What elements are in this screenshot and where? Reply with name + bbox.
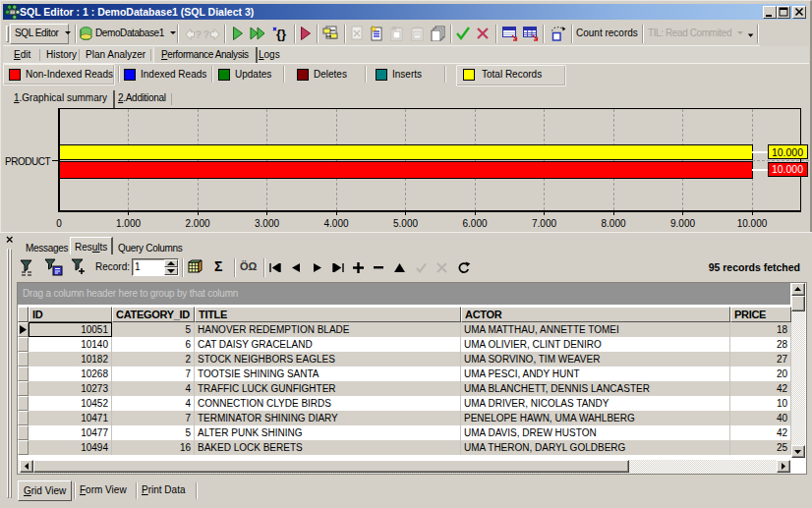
svg-text:5.000: 5.000 [393,218,418,229]
svg-text:8.000: 8.000 [601,218,625,229]
svg-text:?: ? [203,28,210,40]
svg-text:10.000: 10.000 [772,146,803,158]
svg-text:1.000: 1.000 [116,218,141,229]
svg-text:4.000: 4.000 [323,218,348,229]
svg-text:3.000: 3.000 [255,218,279,229]
svg-text:10.000: 10.000 [737,218,768,229]
svg-text:7.000: 7.000 [532,218,556,229]
svg-text:PRODUCT: PRODUCT [5,156,50,167]
svg-text:9.000: 9.000 [670,218,695,229]
svg-text:6.000: 6.000 [462,218,487,229]
svg-text:{}: {} [276,27,286,41]
svg-text:0: 0 [56,218,62,229]
svg-text:10.000: 10.000 [772,163,803,175]
svg-text:2.000: 2.000 [185,218,209,229]
svg-text:?: ? [196,28,203,40]
